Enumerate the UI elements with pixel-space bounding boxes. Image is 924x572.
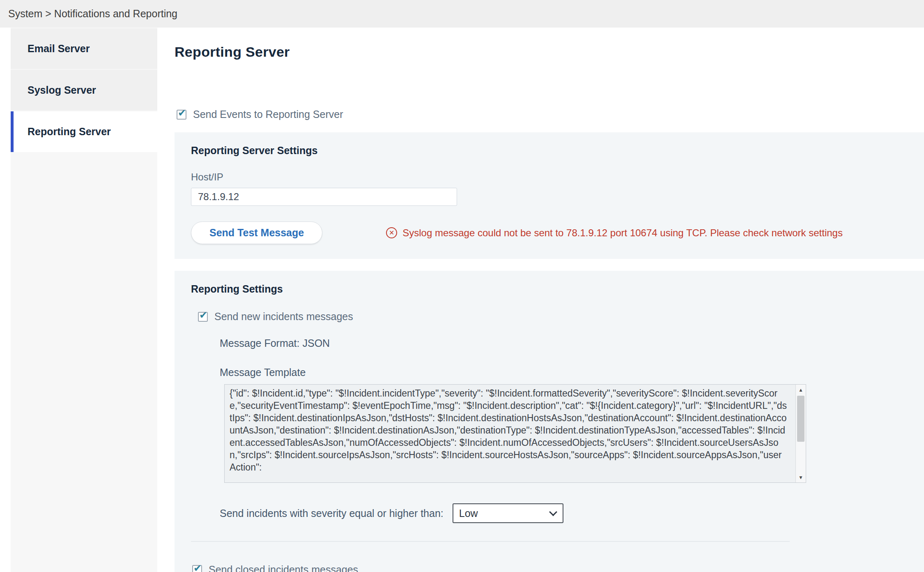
- error-x-glyph: ✕: [389, 229, 394, 237]
- main-content: Reporting Server ✔ Send Events to Report…: [175, 28, 924, 572]
- new-incidents-checkbox[interactable]: ✔: [198, 312, 208, 322]
- divider: [191, 541, 790, 542]
- reporting-settings-panel: Reporting Settings ✔ Send new incidents …: [175, 271, 924, 572]
- scrollbar-thumb[interactable]: [797, 396, 804, 442]
- scroll-up-button[interactable]: ▲: [796, 385, 806, 395]
- sidebar-item-reporting-server[interactable]: Reporting Server: [11, 111, 157, 152]
- error-text: Syslog message could not be sent to 78.1…: [402, 227, 843, 239]
- check-icon: ✔: [178, 108, 186, 118]
- breadcrumb-text: System > Notifications and Reporting: [8, 8, 177, 20]
- message-template-text: {"id": $!Incident.id,"type": "$!Incident…: [225, 385, 806, 473]
- check-icon: ✔: [193, 563, 202, 572]
- severity-select-wrap: Low: [453, 503, 563, 523]
- test-message-row: Send Test Message ✕ Syslog message could…: [191, 221, 908, 244]
- send-events-label: Send Events to Reporting Server: [193, 108, 343, 120]
- sidebar-item-label: Syslog Server: [28, 84, 96, 96]
- send-events-checkbox-row[interactable]: ✔ Send Events to Reporting Server: [177, 108, 343, 120]
- error-message: ✕ Syslog message could not be sent to 78…: [386, 227, 843, 239]
- scroll-down-icon: ▼: [798, 475, 803, 480]
- send-events-checkbox[interactable]: ✔: [177, 110, 186, 120]
- severity-select[interactable]: Low: [453, 503, 563, 523]
- closed-incidents-checkbox-row[interactable]: ✔ Send closed incidents messages: [192, 564, 358, 572]
- message-format-text: Message Format: JSON: [220, 337, 908, 349]
- scroll-down-button[interactable]: ▼: [796, 472, 806, 482]
- page-title: Reporting Server: [175, 44, 924, 60]
- new-incidents-checkbox-row[interactable]: ✔ Send new incidents messages: [198, 311, 353, 323]
- sidebar: Email Server Syslog Server Reporting Ser…: [11, 28, 157, 572]
- message-template-textarea[interactable]: {"id": $!Incident.id,"type": "$!Incident…: [224, 384, 806, 483]
- closed-incidents-label: Send closed incidents messages: [209, 564, 358, 572]
- error-icon: ✕: [386, 227, 397, 238]
- reporting-server-settings-panel: Reporting Server Settings Host/IP Send T…: [175, 132, 924, 259]
- page-body: Email Server Syslog Server Reporting Ser…: [0, 28, 924, 572]
- sidebar-item-email-server[interactable]: Email Server: [11, 28, 157, 69]
- closed-incidents-checkbox[interactable]: ✔: [192, 565, 202, 572]
- new-incidents-sub-section: Message Format: JSON Message Template {"…: [220, 337, 908, 523]
- severity-row: Send incidents with severity equal or hi…: [220, 503, 908, 523]
- send-test-message-button[interactable]: Send Test Message: [191, 221, 322, 244]
- host-ip-input[interactable]: [191, 188, 457, 206]
- breadcrumb: System > Notifications and Reporting: [0, 0, 924, 28]
- check-icon: ✔: [199, 310, 207, 320]
- sidebar-item-syslog-server[interactable]: Syslog Server: [11, 70, 157, 111]
- scrollbar[interactable]: ▲ ▼: [795, 385, 806, 482]
- sidebar-item-label: Email Server: [28, 43, 90, 55]
- scroll-up-icon: ▲: [798, 387, 803, 393]
- message-template-label: Message Template: [220, 367, 908, 378]
- host-ip-label: Host/IP: [191, 171, 908, 183]
- reporting-settings-heading: Reporting Settings: [191, 283, 908, 295]
- server-settings-heading: Reporting Server Settings: [191, 145, 908, 157]
- severity-label: Send incidents with severity equal or hi…: [220, 507, 444, 519]
- new-incidents-label: Send new incidents messages: [214, 311, 353, 323]
- sidebar-item-label: Reporting Server: [28, 126, 111, 138]
